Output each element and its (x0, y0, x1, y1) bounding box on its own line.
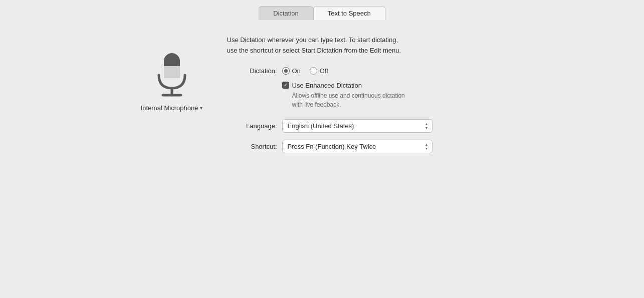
tab-dictation[interactable]: Dictation (259, 6, 313, 20)
dictation-off-label: Off (320, 67, 328, 75)
language-dropdown-wrap: English (United States) English (United … (282, 119, 433, 133)
shortcut-row: Shortcut: Press Fn (Function) Key Twice … (227, 140, 528, 153)
description-text: Use Dictation wherever you can type text… (227, 35, 401, 56)
mic-svg (154, 51, 190, 99)
microphone-icon (152, 50, 192, 100)
tab-text-to-speech[interactable]: Text to Speech (313, 6, 385, 20)
dictation-label: Dictation: (227, 67, 277, 75)
preferences-window: Dictation Text to Speech (0, 0, 644, 298)
enhanced-description: Allows offline use and continuous dictat… (292, 91, 405, 109)
radio-on-circle (282, 67, 290, 75)
enhanced-checkbox[interactable] (282, 82, 289, 89)
dictation-on-option[interactable]: On (282, 67, 301, 75)
shortcut-select[interactable]: Press Fn (Function) Key Twice Press Left… (282, 140, 433, 153)
radio-off-circle (310, 67, 317, 75)
enhanced-label: Use Enhanced Dictation (292, 82, 362, 89)
microphone-chevron: ▾ (200, 105, 202, 111)
dictation-radio-group: On Off (282, 67, 328, 75)
language-row: Language: English (United States) Englis… (227, 119, 528, 133)
main-layout: Internal Microphone ▾ Use Dictation wher… (137, 35, 528, 160)
shortcut-label: Shortcut: (227, 143, 277, 150)
shortcut-dropdown-wrap: Press Fn (Function) Key Twice Press Left… (282, 140, 433, 153)
dictation-on-label: On (292, 67, 301, 75)
enhanced-check-row: Use Enhanced Dictation (282, 82, 362, 89)
left-column: Internal Microphone ▾ (137, 50, 207, 112)
dictation-row: Dictation: On Off (227, 67, 528, 75)
language-select[interactable]: English (United States) English (United … (282, 119, 433, 133)
right-column: Use Dictation wherever you can type text… (227, 35, 528, 160)
main-content: Internal Microphone ▾ Use Dictation wher… (97, 20, 548, 175)
tab-bar: Dictation Text to Speech (259, 6, 385, 20)
dictation-off-option[interactable]: Off (310, 67, 328, 75)
microphone-selector[interactable]: Internal Microphone ▾ (141, 104, 203, 112)
language-label: Language: (227, 122, 277, 130)
enhanced-dictation-row: Use Enhanced Dictation Allows offline us… (282, 82, 405, 109)
